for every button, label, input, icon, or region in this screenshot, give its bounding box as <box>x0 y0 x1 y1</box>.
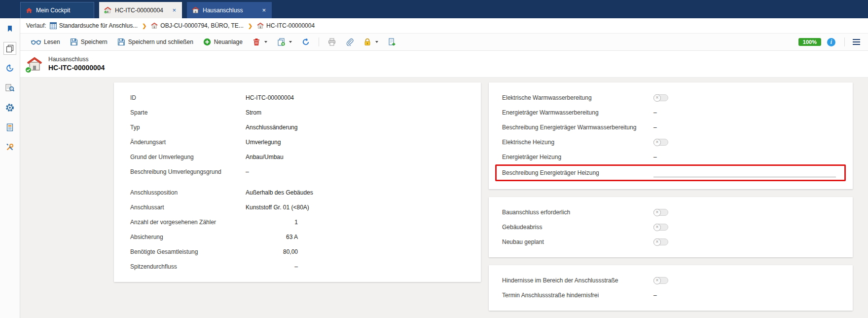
toggle-elektrische-warmwasserbereitung[interactable]: × <box>653 94 668 101</box>
field-label: Benötigte Gesamtleistung <box>130 248 246 255</box>
table-grid-icon <box>50 22 57 29</box>
field-value: 1 <box>246 219 298 226</box>
field-row-elektrische-warmwasserbereitung: Elektrische Warmwasserbereitung × <box>502 90 836 105</box>
toggle-hindernisse-anschlussstrasse[interactable]: × <box>653 277 668 284</box>
history-icon[interactable] <box>3 62 16 75</box>
field-label: Hindernisse im Bereich der Anschlussstra… <box>502 277 653 284</box>
copy-create-button[interactable] <box>273 36 296 48</box>
tab-bar: Mein Cockpit HC-ITC-00000004 × Hausansch… <box>0 0 868 18</box>
field-value: – <box>653 109 657 116</box>
save-icon <box>70 38 78 46</box>
house-check-icon <box>104 6 111 14</box>
tab-label: Hausanschluss <box>203 7 243 14</box>
section-gap <box>130 179 463 185</box>
field-row-anschlussart: Anschlussart Kunststoff Gr. 01 (<80A) <box>130 200 463 215</box>
construction-card: Bauanschluss erforderlich × Gebäudeabris… <box>489 197 853 257</box>
toggle-off-knob: × <box>653 139 661 146</box>
field-value: 80,00 <box>246 248 298 255</box>
speichern-und-schliessen-button[interactable]: Speichern und schließen <box>113 36 197 48</box>
toggle-off-knob: × <box>653 209 661 216</box>
toggle-off-knob: × <box>653 94 661 102</box>
breadcrumb-label: Standardsuche für Anschlus... <box>59 22 138 29</box>
save-close-icon <box>117 38 125 46</box>
zoom-level-badge[interactable]: 100% <box>798 38 821 46</box>
printer-icon <box>328 38 336 46</box>
field-label: Elektrische Heizung <box>502 139 653 146</box>
tools-icon[interactable] <box>3 141 16 154</box>
breadcrumb-item-standardsuche[interactable]: Standardsuche für Anschlus... <box>50 22 138 29</box>
field-row-absicherung: Absicherung 63 A <box>130 230 463 244</box>
breadcrumb-item-objekt[interactable]: OBJ-CU-0000794, BÜRO, TE... <box>151 22 244 29</box>
field-value: Strom <box>246 109 261 116</box>
field-label: Anzahl der vorgesehenen Zähler <box>130 219 246 226</box>
toggle-neubau-geplant[interactable]: × <box>653 238 668 245</box>
tab-mein-cockpit[interactable]: Mein Cockpit <box>20 2 94 18</box>
home-icon <box>26 7 33 14</box>
plus-circle-icon <box>203 38 211 46</box>
export-button[interactable] <box>384 36 400 48</box>
refresh-button[interactable] <box>298 36 314 48</box>
tab-hc-itc-00000004[interactable]: HC-ITC-00000004 × <box>99 2 182 18</box>
chevron-right-icon: ❯ <box>141 23 147 29</box>
field-label: Anschlussart <box>130 204 246 211</box>
field-row-sparte: Sparte Strom <box>130 105 463 120</box>
search-document-icon[interactable] <box>3 81 16 94</box>
pages-icon[interactable] <box>3 42 16 55</box>
delete-button[interactable] <box>249 36 271 48</box>
field-label: Bauanschluss erforderlich <box>502 209 653 216</box>
tab-hausanschluss[interactable]: Hausanschluss × <box>187 2 272 18</box>
tab-label: HC-ITC-00000004 <box>115 7 163 14</box>
chevron-right-icon: ❯ <box>247 23 253 29</box>
close-icon[interactable]: × <box>261 7 267 13</box>
close-icon[interactable]: × <box>171 7 177 13</box>
field-value: 63 A <box>246 234 298 240</box>
toggle-off-knob: × <box>653 277 661 284</box>
field-label: Gebäudeabriss <box>502 224 653 231</box>
street-card: Hindernisse im Bereich der Anschlussstra… <box>489 265 853 311</box>
field-label: Beschreibung Energieträger Warmwasserber… <box>502 124 653 131</box>
field-label: Energieträger Warmwasserbereitung <box>502 109 653 116</box>
document-icon[interactable] <box>3 121 16 134</box>
info-icon[interactable]: i <box>827 38 835 46</box>
field-value: Anbau/Umbau <box>246 154 284 160</box>
field-label: Termin Anschlussstraße hindernisfrei <box>502 292 653 299</box>
field-label: Elektrische Warmwasserbereitung <box>502 94 653 101</box>
field-row-energietraeger-warmwasserbereitung: Energieträger Warmwasserbereitung – <box>502 105 836 120</box>
field-label: Spitzendurchfluss <box>130 263 246 270</box>
field-value: Außerhalb des Gebäudes <box>246 189 313 196</box>
breadcrumb-item-hausanschluss[interactable]: HC-ITC-00000004 <box>257 22 315 29</box>
chevron-down-icon <box>375 41 378 43</box>
field-value: – <box>246 168 249 175</box>
paperclip-icon <box>346 38 354 46</box>
field-row-hindernisse-anschlussstrasse: Hindernisse im Bereich der Anschlussstra… <box>502 273 836 288</box>
field-label: ID <box>130 94 246 101</box>
lock-icon <box>363 38 371 46</box>
field-row-gebaeudeabriss: Gebäudeabriss × <box>502 220 836 235</box>
copy-plus-icon <box>277 38 285 46</box>
hamburger-menu-icon[interactable] <box>850 37 863 47</box>
bookmark-icon[interactable] <box>3 22 16 35</box>
field-label: Absicherung <box>130 234 246 240</box>
gear-icon[interactable] <box>3 101 16 114</box>
toggle-gebaeudeabriss[interactable]: × <box>653 224 668 231</box>
beschreibung-energietraeger-heizung-input[interactable] <box>653 168 836 177</box>
toggle-elektrische-heizung[interactable]: × <box>653 139 668 146</box>
document-arrow-icon <box>388 38 396 46</box>
neuanlage-button[interactable]: Neuanlage <box>199 36 247 48</box>
toggle-bauanschluss-erforderlich[interactable]: × <box>653 209 668 216</box>
lesen-button[interactable]: Lesen <box>27 37 64 47</box>
breadcrumb-label: HC-ITC-00000004 <box>266 22 315 29</box>
glasses-icon <box>31 39 41 45</box>
print-button[interactable] <box>324 36 340 48</box>
field-value: HC-ITC-00000004 <box>246 94 294 101</box>
speichern-button[interactable]: Speichern <box>66 36 111 48</box>
field-value: – <box>653 292 657 299</box>
energy-card: Elektrische Warmwasserbereitung × Energi… <box>489 82 853 189</box>
attachment-button[interactable] <box>342 36 358 48</box>
breadcrumb-label: OBJ-CU-0000794, BÜRO, TE... <box>160 22 244 29</box>
speichern-und-schliessen-label: Speichern und schließen <box>128 39 193 45</box>
tab-label: Mein Cockpit <box>36 7 70 14</box>
breadcrumb-prefix: Verlauf: <box>26 22 46 29</box>
lock-button[interactable] <box>360 36 382 48</box>
speichern-label: Speichern <box>81 39 108 45</box>
